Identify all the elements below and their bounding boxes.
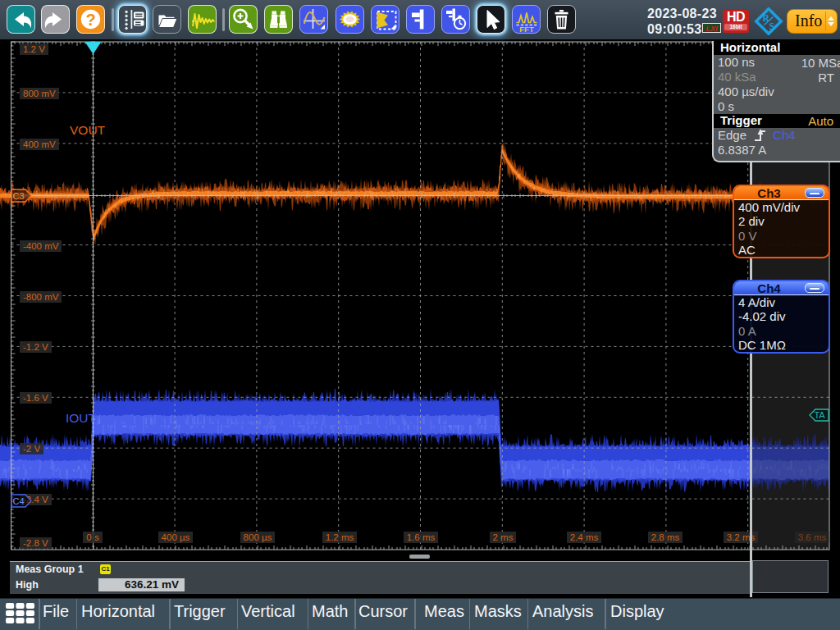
svg-text:FFT: FFT	[519, 24, 534, 33]
svg-text:S: S	[769, 21, 774, 31]
svg-text:?: ?	[85, 10, 95, 28]
svg-text:C4: C4	[12, 496, 24, 506]
svg-text:C3: C3	[12, 191, 24, 201]
svg-text:TA: TA	[814, 410, 825, 420]
